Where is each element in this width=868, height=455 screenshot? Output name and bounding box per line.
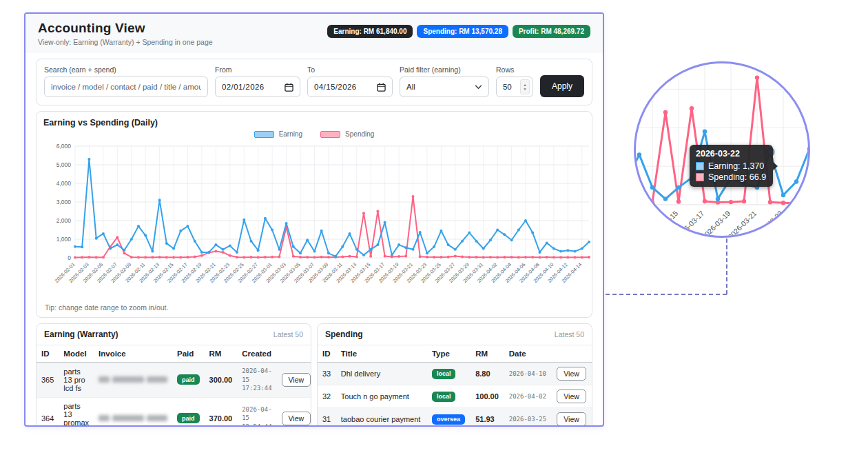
legend-item[interactable]: Spending: [320, 130, 374, 138]
from-date-value: 02/01/2026: [222, 83, 265, 91]
view-button[interactable]: View: [557, 367, 586, 381]
tables-row: Earning (Warranty) Latest 50 IDModelInvo…: [36, 323, 592, 427]
rows-stepper[interactable]: 50 ▲▼: [496, 77, 533, 97]
svg-text:2,000: 2,000: [56, 217, 72, 224]
search-field-group: Search (earn + spend): [44, 65, 208, 97]
tooltip-row: Earning: 1,370: [696, 161, 766, 171]
earning-table-card: Earning (Warranty) Latest 50 IDModelInvo…: [36, 323, 311, 427]
earning-table-meta: Latest 50: [273, 330, 303, 338]
legend-label: Earning: [279, 130, 302, 138]
cell-action: View: [277, 397, 311, 427]
redacted-invoice: [99, 376, 167, 383]
search-label: Search (earn + spend): [44, 65, 208, 74]
table-row: 32Touch n go paymentlocal100.002026-04-0…: [318, 385, 592, 408]
search-input-wrap: [44, 77, 208, 97]
redacted-invoice: [99, 415, 167, 421]
column-header: RM: [471, 345, 504, 363]
cell-id: 33: [318, 363, 336, 385]
tooltip-date: 2026-03-22: [696, 149, 766, 159]
cell-title: Touch n go payment: [336, 385, 427, 408]
filter-bar: Search (earn + spend) From 02/01/2026: [36, 59, 592, 105]
chart-tooltip: 2026-03-22 Earning: 1,370Spending: 66.9: [690, 145, 773, 187]
legend-swatch: [254, 131, 274, 138]
svg-text:6,000: 6,000: [56, 143, 72, 150]
cell-rm: 300.00: [205, 363, 238, 398]
inset-connector-vertical: [726, 239, 727, 294]
column-header: Type: [427, 345, 471, 363]
zoom-inset-circle: 2026-03-132026-03-152026-03-172026-03-19…: [634, 61, 810, 238]
tooltip-series-swatch: [696, 173, 704, 181]
cell-model: parts 13 pro lcd fs: [59, 363, 94, 398]
column-header: Model: [59, 345, 94, 363]
view-button[interactable]: View: [557, 390, 586, 403]
summary-badges: Earning: RM 61,840.00Spending: RM 13,570…: [327, 25, 590, 38]
status-badge: oversea: [432, 414, 465, 425]
paid-filter-group: Paid filter (earning) All: [400, 65, 489, 97]
from-date-input[interactable]: 02/01/2026: [215, 77, 300, 97]
legend-item[interactable]: Earning: [254, 130, 302, 138]
svg-text:2026-03-13: 2026-03-13: [636, 209, 654, 236]
cell-rm: 100.00: [471, 385, 504, 408]
earning-table: IDModelInvoicePaidRMCreated 365parts 13 …: [37, 345, 311, 427]
calendar-icon[interactable]: [377, 83, 386, 92]
paid-filter-value: All: [406, 83, 415, 91]
svg-text:2026-03-17: 2026-03-17: [674, 209, 706, 236]
view-button[interactable]: View: [282, 412, 311, 425]
to-date-input[interactable]: 04/15/2026: [307, 77, 393, 97]
cell-paid: paid: [172, 397, 205, 427]
tooltip-series-label: Spending: 66.9: [708, 172, 766, 182]
svg-text:3,000: 3,000: [56, 199, 72, 205]
cell-paid: paid: [172, 363, 205, 398]
calendar-icon[interactable]: [285, 83, 293, 92]
column-header: Created: [237, 345, 276, 363]
column-header: Title: [336, 345, 427, 363]
panel-header: Accounting View View-only: Earning (Warr…: [25, 14, 603, 52]
column-header: RM: [205, 345, 238, 363]
svg-text:2026-03-23: 2026-03-23: [752, 209, 785, 236]
summary-badge: Profit: RM 48,269.72: [513, 25, 590, 38]
rows-label: Rows: [496, 65, 533, 74]
svg-text:0: 0: [68, 254, 71, 261]
legend-swatch: [320, 131, 340, 138]
cell-model: parts 13 promax lcd fs: [59, 397, 94, 427]
spending-table-head: Spending Latest 50: [318, 324, 592, 345]
earning-spending-chart[interactable]: 01,0002,0003,0004,0005,0006,0002026-02-0…: [43, 138, 599, 301]
table-row: 365parts 13 pro lcd fspaid300.002026-04-…: [37, 363, 311, 398]
paid-filter-select[interactable]: All: [400, 77, 489, 97]
table-row: 31taobao courier paymentoversea51.932026…: [318, 408, 592, 427]
search-input[interactable]: [51, 83, 201, 91]
tooltip-rows: Earning: 1,370Spending: 66.9: [696, 161, 766, 182]
column-header: [552, 345, 592, 363]
chevron-down-icon: [475, 85, 482, 90]
status-badge: paid: [177, 413, 200, 423]
summary-badge: Earning: RM 61,840.00: [327, 25, 413, 38]
cell-type: local: [427, 363, 471, 385]
svg-text:1,000: 1,000: [56, 236, 72, 243]
tooltip-row: Spending: 66.9: [696, 172, 766, 182]
screenshot-stage: Accounting View View-only: Earning (Warr…: [0, 0, 868, 455]
status-badge: local: [432, 392, 456, 402]
view-button[interactable]: View: [282, 373, 311, 387]
column-header: Paid: [172, 345, 205, 363]
cell-created: 2026-04-15 12:54:44: [237, 397, 276, 427]
from-label: From: [215, 65, 300, 74]
cell-action: View: [552, 408, 592, 427]
cell-date: 2026-04-02: [504, 385, 552, 408]
spending-table-meta: Latest 50: [555, 330, 584, 338]
page-subtitle: View-only: Earning (Warranty) + Spending…: [38, 38, 213, 46]
tooltip-series-swatch: [696, 162, 704, 170]
cell-invoice: [94, 397, 172, 427]
stepper-arrows-icon[interactable]: ▲▼: [520, 79, 530, 94]
table-row: 364parts 13 promax lcd fspaid370.002026-…: [37, 397, 311, 427]
spending-table-title: Spending: [325, 330, 363, 339]
tooltip-series-label: Earning: 1,370: [708, 161, 764, 171]
svg-text:2026-03-15: 2026-03-15: [648, 209, 680, 236]
to-field-group: To 04/15/2026: [307, 65, 393, 97]
apply-button[interactable]: Apply: [540, 75, 584, 97]
svg-text:2026-03-21: 2026-03-21: [726, 209, 758, 236]
cell-type: local: [427, 385, 471, 408]
cell-action: View: [277, 363, 311, 398]
from-field-group: From 02/01/2026: [215, 65, 300, 97]
view-button[interactable]: View: [557, 412, 586, 426]
column-header: Invoice: [94, 345, 172, 363]
